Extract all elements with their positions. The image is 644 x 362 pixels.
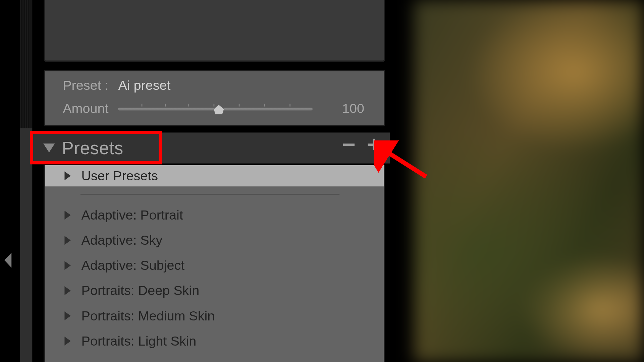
svg-marker-2 xyxy=(43,143,55,152)
presets-list: User Presets Adaptive: Portrait Adaptive… xyxy=(44,165,385,362)
svg-marker-0 xyxy=(4,253,11,268)
list-separator xyxy=(80,194,339,195)
preset-group[interactable]: Portraits: Deep Skin xyxy=(45,278,384,303)
amount-slider[interactable] xyxy=(118,102,313,115)
amount-value: 100 xyxy=(342,101,366,116)
amount-label: Amount xyxy=(63,101,108,116)
photo-canvas xyxy=(414,0,644,362)
chevron-right-icon xyxy=(64,336,72,346)
preset-group-label: Portraits: Light Skin xyxy=(82,333,197,348)
svg-rect-3 xyxy=(343,143,355,146)
preset-preview-box xyxy=(44,0,385,62)
svg-marker-1 xyxy=(214,105,224,114)
preset-group-label: User Presets xyxy=(82,168,158,183)
preset-group-label: Adaptive: Sky xyxy=(82,233,163,248)
svg-marker-12 xyxy=(64,311,70,320)
preset-group[interactable]: Adaptive: Portrait xyxy=(45,202,384,228)
svg-marker-7 xyxy=(64,171,70,180)
chevron-right-icon xyxy=(64,310,72,321)
panel-scroll-top xyxy=(20,0,32,128)
presets-toggle[interactable]: Presets xyxy=(40,137,128,159)
svg-rect-5 xyxy=(368,143,379,146)
dropdown-caret-icon xyxy=(380,147,384,150)
chevron-right-icon xyxy=(64,260,72,271)
app-frame: Preset : Ai preset Amount xyxy=(0,0,644,362)
preset-name-label: Preset : xyxy=(63,78,108,93)
chevron-right-icon xyxy=(64,285,72,296)
svg-marker-13 xyxy=(64,337,70,345)
preset-group-label: Portraits: Deep Skin xyxy=(82,283,200,298)
chevron-right-icon xyxy=(64,171,72,181)
presets-title: Presets xyxy=(62,138,123,158)
preset-name-value: Ai preset xyxy=(118,78,170,93)
remove-preset-button[interactable] xyxy=(342,138,356,151)
preset-group-label: Adaptive: Portrait xyxy=(82,207,183,223)
preset-group[interactable]: Adaptive: Subject xyxy=(45,253,384,278)
chevron-right-icon xyxy=(64,209,72,220)
preset-group-label: Adaptive: Subject xyxy=(82,258,185,273)
preset-group[interactable]: Portraits: Light Skin xyxy=(45,328,384,353)
preset-group[interactable]: Portraits: Medium Skin xyxy=(45,303,384,328)
preset-info-panel: Preset : Ai preset Amount xyxy=(44,70,385,126)
chevron-right-icon xyxy=(64,235,72,246)
svg-marker-9 xyxy=(64,236,70,244)
panel-scroll-track[interactable] xyxy=(20,128,32,362)
preset-group-label: Portraits: Medium Skin xyxy=(82,308,215,323)
preset-group[interactable]: Adaptive: Sky xyxy=(45,228,384,253)
preset-group-user[interactable]: User Presets xyxy=(45,165,384,186)
svg-marker-10 xyxy=(64,261,70,269)
panel-expand-arrow[interactable] xyxy=(4,253,12,268)
presets-panel-header: Presets xyxy=(32,132,390,163)
svg-marker-6 xyxy=(380,147,384,150)
add-preset-button[interactable] xyxy=(367,138,380,151)
svg-marker-8 xyxy=(64,210,70,219)
chevron-down-icon xyxy=(43,143,56,154)
svg-marker-11 xyxy=(64,286,70,295)
